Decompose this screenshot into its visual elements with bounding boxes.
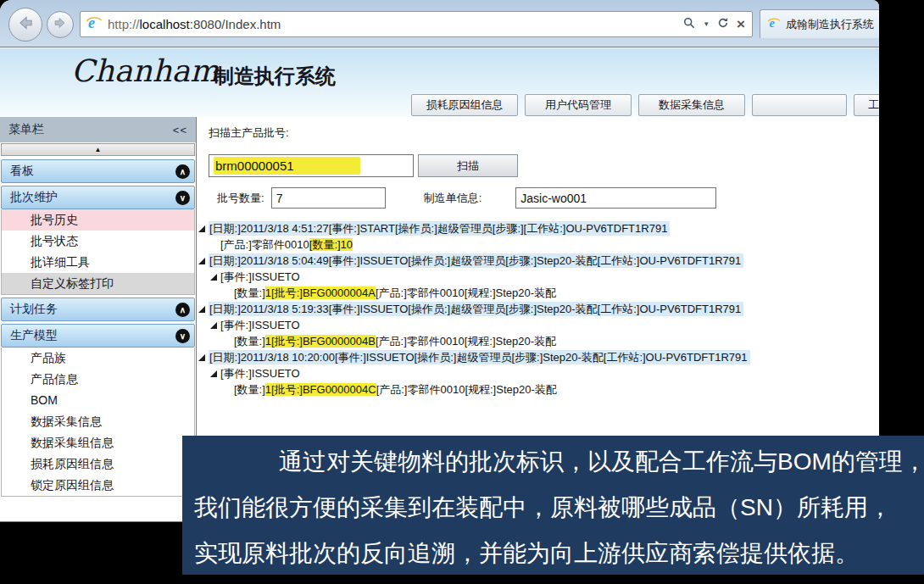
log-entry-text: [日期:]2011/3/18 4:51:27[事件:]START[操作员:]超级… [209,221,670,236]
lot-qty-label: 批号数量: [217,191,264,206]
sidebar-scroll-up[interactable]: ▲ [1,143,195,156]
chevron-down-icon[interactable]: ∨ [175,191,190,205]
log-entry[interactable]: [日期:]2011/3/18 5:04:49[事件:]ISSUETO[操作员:]… [197,253,879,269]
tab-title: 成翰制造执行系统 [786,17,874,32]
forward-button[interactable] [47,11,74,38]
address-bar[interactable]: e http://localhost:8080/Index.htm ▼ × [80,11,753,37]
back-button[interactable] [8,8,42,42]
ie-tab-icon: e [767,16,781,32]
sidebar-item[interactable]: 产品族 [2,348,194,369]
sidebar-item[interactable]: 批号状态 [2,231,194,252]
scroll-up-icon: ▲ [95,146,102,153]
sidebar-group-label: 生产模型 [10,328,58,343]
url-text: http://localhost:8080/Index.htm [108,17,281,31]
log-text: [产品:]零部件0010[规程:]Step20-装配 [376,286,556,299]
sidebar-group-header[interactable]: 看板∧ [1,159,195,183]
log-entry[interactable]: [事件:]ISSUETO [197,365,879,381]
scan-value-highlight: brm00000051 [214,157,360,175]
browser-chrome: e http://localhost:8080/Index.htm ▼ × [0,0,879,47]
sidebar-item[interactable]: 批详细工具 [2,252,194,273]
tree-expander-icon [198,258,205,264]
sidebar-group-items: 批号历史批号状态批详细工具自定义标签打印 [1,209,195,295]
sidebar-group-header[interactable]: 计划任务∧ [1,298,195,321]
stop-icon[interactable]: × [737,17,745,31]
toolbar-tab-4[interactable] [752,94,847,116]
log-text-highlight: 1[批号:]BFG0000004A [265,286,376,299]
dropdown-caret-icon[interactable]: ▼ [703,20,710,28]
log-entry-text: [日期:]2011/3/18 10:20:00[事件:]ISSUETO[操作员:… [209,350,750,364]
sidebar-item[interactable]: 数据采集信息 [2,411,194,432]
tree-expander-icon [198,354,205,361]
back-icon [16,14,35,36]
log-entry[interactable]: [日期:]2011/3/18 4:51:27[事件:]START[操作员:]超级… [197,220,879,236]
log-entry[interactable]: [数量:]1[批号:]BFG0000004A[产品:]零部件0010[规程:]S… [197,285,879,301]
mo-info-input[interactable]: Jasic-wo001 [515,187,716,209]
scan-button[interactable]: 扫描 [418,154,518,177]
scan-input[interactable]: brm00000051 [209,154,414,177]
sidebar-groups: 看板∧批次维护∨批号历史批号状态批详细工具自定义标签打印计划任务∧生产模型∨产品… [0,157,196,498]
svg-text:e: e [88,14,95,31]
tree-expander-icon [210,370,217,377]
sidebar-header: 菜单栏 << [0,117,196,142]
sidebar-title: 菜单栏 [8,122,44,137]
caption-line: 通过对关键物料的批次标识，以及配合工作流与BOM的管理， [194,439,912,485]
caption-line: 我们能很方便的采集到在装配中，原料被哪些成品（SN）所耗用， [194,485,912,531]
sidebar-group-label: 看板 [10,164,34,179]
log-text: [日期:]2011/3/18 10:20:00[事件:]ISSUETO[操作员:… [209,351,748,364]
sidebar-group-header[interactable]: 生产模型∨ [1,324,195,348]
toolbar-tab-3[interactable]: 数据采集信息 [638,94,745,116]
brand-logo: Chanham [71,53,219,88]
log-text: [产品:]零部件0010[规程:]Step20-装配 [376,335,556,348]
log-text: [日期:]2011/3/18 4:51:27[事件:]START[操作员:]超级… [209,222,667,235]
tree-expander-icon [210,322,217,329]
sidebar-item[interactable]: 数据采集组信息 [2,432,194,453]
log-text: [事件:]ISSUETO [220,367,300,380]
sidebar-item[interactable]: 锁定原因组信息 [2,475,194,496]
log-text: [事件:]ISSUETO [220,319,300,331]
caption-line: 实现原料批次的反向追溯，并能为向上游供应商索偿提供依据。 [194,531,912,575]
log-entry[interactable]: [日期:]2011/3/18 5:19:33[事件:]ISSUETO[操作员:]… [197,301,879,317]
slide-canvas: e http://localhost:8080/Index.htm ▼ × [0,0,924,584]
sidebar-group-label: 批次维护 [10,190,58,205]
ie-logo-icon: e [86,14,103,35]
sidebar-group-items: 产品族产品信息BOM数据采集信息数据采集组信息损耗原因组信息锁定原因组信息 [1,348,195,497]
toolbar-tab-5[interactable]: 工单 [854,94,879,116]
search-icon[interactable] [683,17,695,32]
log-entry[interactable]: [事件:]ISSUETO [197,317,879,333]
log-entry[interactable]: [数量:]1[批号:]BFG0000004C[产品:]零部件0010[规程:]S… [197,381,879,398]
log-text: [数量:] [234,286,265,299]
log-entry[interactable]: [产品:]零部件0010[数量:]10 [197,236,879,253]
lot-qty-input[interactable]: 7 [271,187,386,209]
refresh-icon[interactable] [717,17,729,32]
log-text-highlight: 1[批号:]BFG0000004B [265,335,376,348]
toolbar-tab-1[interactable]: 损耗原因组信息 [411,94,518,116]
log-text: [日期:]2011/3/18 5:19:33[事件:]ISSUETO[操作员:]… [209,303,741,315]
chevron-up-icon[interactable]: ∧ [175,164,190,179]
log-text: [数量:] [234,383,265,396]
scan-label: 扫描主产品批号: [209,125,879,141]
sidebar-item[interactable]: 批号历史 [2,209,194,231]
sidebar-item[interactable]: 产品信息 [2,369,194,390]
browser-tab[interactable]: e 成翰制造执行系统 [760,9,879,38]
toolbar-tab-2[interactable]: 用户代码管理 [525,94,632,116]
tree-expander-icon [198,225,205,232]
sidebar-group-header[interactable]: 批次维护∨ [1,186,195,209]
log-entry-text: [日期:]2011/3/18 5:19:33[事件:]ISSUETO[操作员:]… [209,302,743,316]
sidebar-collapse-button[interactable]: << [173,124,187,136]
sidebar-item[interactable]: BOM [2,390,194,411]
sidebar-item[interactable]: 自定义标签打印 [2,273,194,294]
sidebar-item[interactable]: 损耗原因组信息 [2,453,194,475]
log-entry[interactable]: [事件:]ISSUETO [197,269,879,285]
log-entry[interactable]: [数量:]1[批号:]BFG0000004B[产品:]零部件0010[规程:]S… [197,333,879,349]
app-title: 制造执行系统 [214,63,336,90]
log-entry[interactable]: [日期:]2011/3/18 10:20:00[事件:]ISSUETO[操作员:… [197,349,879,365]
chevron-down-icon[interactable]: ∨ [175,329,190,343]
sidebar: 菜单栏 << ▲ 看板∧批次维护∨批号历史批号状态批详细工具自定义标签打印计划任… [0,117,197,522]
tree-expander-icon [210,274,217,281]
log-entry-text: [日期:]2011/3/18 5:04:49[事件:]ISSUETO[操作员:]… [209,253,743,268]
log-text: [数量:] [234,335,265,348]
sidebar-group-label: 计划任务 [10,302,58,317]
chevron-up-icon[interactable]: ∧ [175,303,190,317]
forward-icon [53,15,68,34]
log-text-highlight: [数量:]10 [309,238,353,251]
